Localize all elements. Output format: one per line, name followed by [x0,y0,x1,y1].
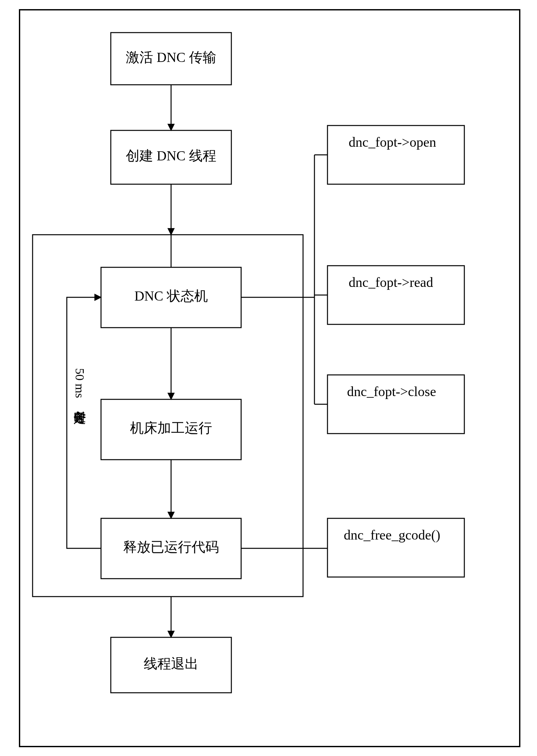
node-create-label: 创建 DNC 线程 [126,148,216,163]
node-exit-label: 线程退出 [144,656,198,671]
outer-frame [20,10,520,746]
node-statemachine-label: DNC 状态机 [134,289,208,303]
loop-label: 50 ms 定时任务 [73,368,87,424]
loop-back-path [67,297,101,548]
flowchart-diagram: 激活 DNC 传输 创建 DNC 线程 DNC 状态机 机床加工运行 释放已运行… [0,0,537,756]
node-open-label: dnc_fopt->open [349,135,436,150]
node-machine-label: 机床加工运行 [130,421,212,435]
node-read-label: dnc_fopt->read [349,275,433,290]
node-activate-label: 激活 DNC 传输 [126,50,216,65]
node-release-label: 释放已运行代码 [123,540,219,555]
node-close-label: dnc_fopt->close [347,384,436,399]
node-free-label: dnc_free_gcode() [344,527,440,543]
